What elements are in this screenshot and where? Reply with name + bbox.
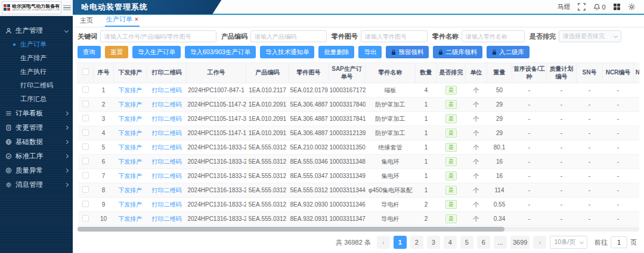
- sidebar-item-production-execution[interactable]: 生产执行: [0, 65, 73, 79]
- dispatch-link[interactable]: 下发排产: [119, 130, 143, 136]
- dispatch-link[interactable]: 下发排产: [119, 101, 143, 108]
- gear-icon: [5, 182, 12, 188]
- reserve-pick-button[interactable]: 预留领料: [386, 46, 429, 58]
- content-panel: 关键词 产品编码 零件图号 零件名称 是否排完: [73, 27, 644, 253]
- scheduled-cell: 是: [437, 155, 466, 169]
- print-cell: 打印二维码: [147, 155, 187, 169]
- sidebar-item-message-management[interactable]: 消息管理: [0, 177, 73, 192]
- quality-plan-cell: -: [547, 155, 577, 169]
- part-drawing-input[interactable]: [361, 30, 428, 42]
- sidebar-item-quality-exception[interactable]: 质量异常: [0, 163, 73, 177]
- notification-bell[interactable]: 0: [593, 4, 605, 11]
- print-qr-link[interactable]: 打印二维码: [152, 101, 182, 108]
- next-page-button[interactable]: ›: [533, 236, 546, 249]
- scrollbar-thumb[interactable]: [78, 227, 504, 232]
- page-button[interactable]: 6: [477, 236, 490, 249]
- company-logo: 哈尔滨电气动力装备有限公司 HARBIN ELECTRIC POWER EQUI…: [2, 1, 61, 14]
- sidebar-collapse-icon[interactable]: [63, 5, 71, 11]
- row-checkbox[interactable]: [82, 186, 89, 193]
- tab-close-icon[interactable]: ×: [135, 16, 138, 23]
- keyword-input[interactable]: [100, 30, 216, 42]
- prev-page-button[interactable]: ‹: [377, 236, 390, 249]
- page-button[interactable]: 3699: [510, 236, 530, 249]
- page-size-select[interactable]: 10条/页: [550, 236, 587, 249]
- print-qr-link[interactable]: 打印二维码: [152, 130, 182, 136]
- sidebar-item-production-scheduling[interactable]: 生产排产: [0, 51, 73, 65]
- print-qr-link[interactable]: 打印二维码: [152, 115, 182, 122]
- print-qr-link[interactable]: 打印二维码: [152, 158, 182, 165]
- row-checkbox[interactable]: [82, 158, 89, 164]
- print-qr-link[interactable]: 打印二维码: [152, 144, 182, 151]
- page-button[interactable]: 4: [444, 236, 457, 249]
- row-checkbox[interactable]: [82, 129, 89, 136]
- sn-cell: -: [577, 98, 603, 112]
- apps-grid-icon[interactable]: [614, 4, 621, 11]
- unit-cell: 个: [466, 98, 487, 112]
- secondary-warehouse-pick-button[interactable]: 二级库领料: [433, 46, 482, 58]
- part-name-input[interactable]: [462, 30, 525, 42]
- settings-gear-icon[interactable]: [628, 3, 636, 11]
- dispatch-link[interactable]: 下发排产: [119, 115, 143, 122]
- action-bar: 查询 重置 导入生产订单 导入603/903生产订单 导入技术通知单 批量删除 …: [78, 46, 639, 58]
- page-button[interactable]: 3: [427, 236, 440, 249]
- batch-delete-button[interactable]: 批量删除: [318, 46, 354, 58]
- dispatch-link[interactable]: 下发排产: [119, 173, 143, 179]
- print-qr-link[interactable]: 打印二维码: [152, 173, 182, 179]
- page-button[interactable]: 1: [394, 236, 407, 249]
- row-checkbox[interactable]: [82, 86, 89, 93]
- tab-production-orders[interactable]: 生产订单 ×: [105, 13, 140, 27]
- page-button[interactable]: 2: [410, 236, 423, 249]
- dispatch-link[interactable]: 下发排产: [119, 87, 143, 93]
- product-code-input[interactable]: [250, 30, 327, 42]
- row-checkbox[interactable]: [82, 172, 89, 179]
- print-cell: 打印二维码: [147, 83, 187, 98]
- print-qr-link[interactable]: 打印二维码: [152, 215, 182, 222]
- sidebar-item-change-management[interactable]: 变更管理: [0, 120, 73, 135]
- sidebar-item-print-qrcode[interactable]: 打印二维码: [0, 79, 73, 92]
- sidebar-item-basic-data[interactable]: 基础数据: [0, 135, 73, 149]
- work-no-cell: 2024HPC1316-1833-2: [187, 183, 246, 198]
- import-tech-notice-button[interactable]: 导入技术通知单: [260, 46, 315, 58]
- dispatch-link[interactable]: 下发排产: [119, 215, 143, 222]
- reset-button[interactable]: 重置: [105, 46, 128, 58]
- import-production-order-button[interactable]: 导入生产订单: [132, 46, 181, 58]
- dispatch-link[interactable]: 下发排产: [119, 187, 143, 193]
- first-equipment-cell: -: [512, 198, 547, 212]
- row-checkbox[interactable]: [82, 115, 89, 121]
- select-all-checkbox[interactable]: [82, 68, 89, 75]
- part-name-label: 零件名称: [432, 32, 459, 41]
- keyword-label: 关键词: [78, 32, 97, 41]
- print-qr-link[interactable]: 打印二维码: [152, 187, 182, 193]
- scheduled-select[interactable]: 请选择是否排完: [559, 30, 621, 42]
- row-checkbox[interactable]: [82, 101, 89, 107]
- sidebar-item-production-orders[interactable]: 生产订单: [0, 38, 73, 51]
- dispatch-link[interactable]: 下发排产: [119, 144, 143, 151]
- print-qr-link[interactable]: 打印二维码: [152, 87, 182, 93]
- row-checkbox[interactable]: [82, 215, 89, 221]
- row-checkbox[interactable]: [82, 143, 89, 150]
- sidebar-item-standard-process[interactable]: 标准工序: [0, 149, 73, 163]
- print-qr-link[interactable]: 打印二维码: [152, 201, 182, 208]
- search-button[interactable]: 查询: [78, 46, 101, 58]
- sidebar-item-production-management[interactable]: 生产管理: [0, 23, 73, 38]
- goto-page-input[interactable]: [611, 236, 627, 248]
- horizontal-scrollbar[interactable]: [78, 227, 639, 232]
- checkbox-cell: [78, 169, 94, 183]
- row-checkbox[interactable]: [82, 201, 89, 207]
- sidebar-item-order-board[interactable]: 订单看板: [0, 106, 73, 120]
- export-button[interactable]: 导出: [358, 46, 382, 58]
- unit-cell: 个: [466, 212, 487, 226]
- part-drawing-label: 零件图号: [332, 32, 358, 41]
- weight-cell: 16: [487, 169, 512, 183]
- page-button[interactable]: 5: [460, 236, 473, 249]
- into-secondary-warehouse-button[interactable]: 入二级库: [487, 46, 530, 58]
- app-title: 哈电动装管理系统: [81, 2, 148, 13]
- fullscreen-icon[interactable]: [578, 3, 586, 11]
- chevron-right-icon: [64, 125, 69, 129]
- dispatch-link[interactable]: 下发排产: [119, 158, 143, 165]
- import-603-903-order-button[interactable]: 导入603/903生产订单: [185, 46, 256, 58]
- dispatch-link[interactable]: 下发排产: [119, 201, 143, 208]
- user-name[interactable]: 马煜: [557, 2, 570, 11]
- tab-home[interactable]: 主页: [79, 14, 94, 27]
- sidebar-item-process-summary[interactable]: 工序汇总: [0, 92, 73, 106]
